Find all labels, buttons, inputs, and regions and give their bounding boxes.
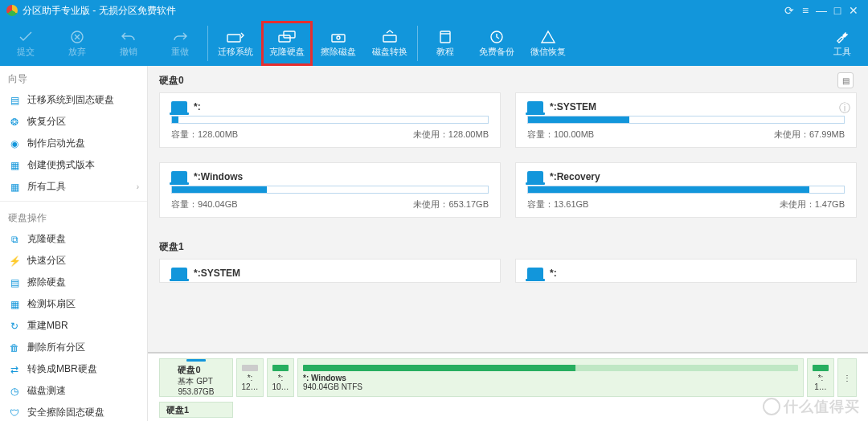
svg-rect-2: [279, 35, 290, 42]
sidebar-item-label: 制作启动光盘: [27, 137, 85, 150]
convert-icon: ⇄: [8, 363, 21, 376]
trash-icon: 🗑: [8, 341, 21, 354]
content-area: ▤ 硬盘0 ⓘ *: 容量：128.00MB未使用：128.00MB *:SYS…: [148, 66, 868, 421]
partition-name: *:SYSTEM: [550, 101, 596, 112]
usage-bar: [527, 116, 845, 124]
close-button[interactable]: ✕: [845, 4, 862, 17]
svg-rect-3: [284, 31, 295, 38]
partition-name: *:Recovery: [550, 171, 600, 182]
watermark: 什么值得买: [763, 397, 860, 416]
discard-button[interactable]: 放弃: [51, 21, 103, 66]
sidebar-item-speed[interactable]: ◷磁盘测速: [0, 380, 147, 402]
sidebar-item-label: 检测坏扇区: [27, 297, 76, 311]
sidebar-item-label: 擦除硬盘: [27, 276, 66, 289]
submit-button[interactable]: 提交: [0, 21, 51, 66]
partition-card[interactable]: *:SYSTEM: [159, 259, 501, 283]
sidebar-item-alltools[interactable]: ▦所有工具›: [0, 176, 147, 198]
sidebar-item-bootdisc[interactable]: ◉制作启动光盘: [0, 133, 147, 154]
partition-name: *: Windows: [303, 374, 798, 382]
partition-name: *:: [194, 101, 201, 112]
check-icon: [16, 30, 35, 44]
cancel-icon: [68, 30, 87, 44]
partition-card[interactable]: *:Recovery 容量：13.61GB未使用：1.47GB: [515, 162, 857, 218]
partition-block[interactable]: *:12…: [236, 358, 264, 397]
disk0-title: 硬盘0: [159, 71, 857, 92]
convert-icon: [380, 30, 399, 44]
disk0-summary-block[interactable]: 硬盘0 基本 GPT 953.87GB: [159, 358, 233, 397]
bolt-icon: ⚡: [8, 255, 21, 268]
sidebar-item-clone[interactable]: ⧉克隆硬盘: [0, 228, 147, 250]
sidebar-item-recover[interactable]: ❂恢复分区: [0, 111, 147, 133]
strip-menu-button[interactable]: ⋮: [837, 358, 857, 397]
disk-size: 953.87GB: [178, 387, 214, 396]
undo-icon: [119, 30, 138, 44]
sidebar-item-rebuildmbr[interactable]: ↻重建MBR: [0, 315, 147, 337]
disk1-partitions: *:SYSTEM *:: [159, 259, 857, 283]
sidebar-item-erase[interactable]: ▤擦除硬盘: [0, 272, 147, 293]
disk1-summary-block[interactable]: 硬盘1: [159, 402, 233, 418]
usage-bar: [171, 116, 489, 124]
drive-icon: [171, 101, 187, 112]
free-label: 未使用：1.47GB: [780, 198, 845, 210]
wechat-recover-button[interactable]: 微信恢复: [522, 21, 574, 66]
book-icon: [436, 30, 455, 44]
backup-button[interactable]: 免费备份: [471, 21, 522, 66]
partition-sub: 940.04GB NTFS: [303, 382, 798, 391]
migrate-system-button[interactable]: 迁移系统: [210, 21, 261, 66]
tutorial-button[interactable]: 教程: [420, 21, 471, 66]
disk-map-strip: 硬盘0 基本 GPT 953.87GB *:12… *:10… *: Windo…: [148, 352, 868, 421]
partition-block[interactable]: *:1…: [807, 358, 834, 397]
sidebar-item-label: 克隆硬盘: [27, 232, 66, 246]
partition-block-windows[interactable]: *: Windows 940.04GB NTFS: [297, 358, 804, 397]
free-label: 未使用：653.17GB: [413, 198, 489, 210]
wipe-disk-button[interactable]: 擦除磁盘: [313, 21, 364, 66]
sidebar-item-label: 安全擦除固态硬盘: [27, 406, 104, 419]
partition-card[interactable]: *:SYSTEM 容量：100.00MB未使用：67.99MB: [515, 92, 857, 148]
view-toggle-button[interactable]: ▤: [837, 72, 854, 88]
gauge-icon: ◷: [8, 385, 21, 398]
refresh-button[interactable]: ⟳: [781, 4, 797, 17]
sidebar-item-quick[interactable]: ⚡快速分区: [0, 250, 147, 272]
svg-point-5: [337, 36, 340, 39]
clone-icon: [277, 30, 297, 44]
menu-button[interactable]: ≡: [797, 4, 813, 17]
sidebar-item-secureerase[interactable]: 🛡安全擦除固态硬盘: [0, 402, 147, 421]
drive-icon: [527, 268, 543, 279]
scan-icon: ▦: [8, 298, 21, 311]
sidebar-item-label: 创建便携式版本: [27, 158, 95, 172]
disk-convert-button[interactable]: 磁盘转换: [364, 21, 416, 66]
sidebar-item-label: 迁移系统到固态硬盘: [27, 93, 114, 107]
disk0-partitions: *: 容量：128.00MB未使用：128.00MB *:SYSTEM 容量：1…: [159, 92, 857, 218]
drive-icon: [527, 101, 543, 112]
sidebar: 向导 ▤迁移系统到固态硬盘 ❂恢复分区 ◉制作启动光盘 ▦创建便携式版本 ▦所有…: [0, 66, 148, 421]
tools-button[interactable]: 工具: [817, 21, 868, 66]
sidebar-item-portable[interactable]: ▦创建便携式版本: [0, 154, 147, 176]
clone-icon: ⧉: [8, 233, 21, 246]
sidebar-item-label: 快速分区: [27, 254, 66, 268]
partition-card[interactable]: *: 容量：128.00MB未使用：128.00MB: [159, 92, 501, 148]
sidebar-item-badsector[interactable]: ▦检测坏扇区: [0, 293, 147, 315]
clone-disk-button[interactable]: 克隆硬盘: [261, 21, 313, 66]
info-icon[interactable]: ⓘ: [839, 101, 850, 116]
sidebar-item-migrate-ssd[interactable]: ▤迁移系统到固态硬盘: [0, 89, 147, 111]
sidebar-item-label: 删除所有分区: [27, 341, 85, 354]
maximize-button[interactable]: □: [829, 4, 845, 17]
undo-button[interactable]: 撤销: [103, 21, 154, 66]
redo-button[interactable]: 重做: [154, 21, 206, 66]
partition-card[interactable]: *:: [515, 259, 857, 283]
free-label: 未使用：67.99MB: [774, 129, 845, 141]
capacity-label: 容量：13.61GB: [527, 198, 588, 210]
sidebar-item-deleteall[interactable]: 🗑删除所有分区: [0, 337, 147, 358]
usage-bar: [527, 186, 845, 194]
partition-card[interactable]: *:Windows 容量：940.04GB未使用：653.17GB: [159, 162, 501, 218]
sidebar-section-wizard: 向导: [0, 66, 147, 89]
main-toolbar: 提交 放弃 撤销 重做 迁移系统 克隆硬盘 擦除磁盘 磁盘转换 教程 免费备份 …: [0, 21, 868, 66]
sidebar-item-convertmbr[interactable]: ⇄转换成MBR硬盘: [0, 358, 147, 380]
drive-icon: [171, 171, 187, 182]
disc-icon: ◉: [8, 137, 21, 150]
triangle-icon: [538, 30, 558, 44]
partition-block[interactable]: *:10…: [267, 358, 294, 397]
minimize-button[interactable]: —: [813, 4, 829, 17]
partition-name: *:: [550, 268, 557, 279]
usage-bar: [171, 186, 489, 194]
